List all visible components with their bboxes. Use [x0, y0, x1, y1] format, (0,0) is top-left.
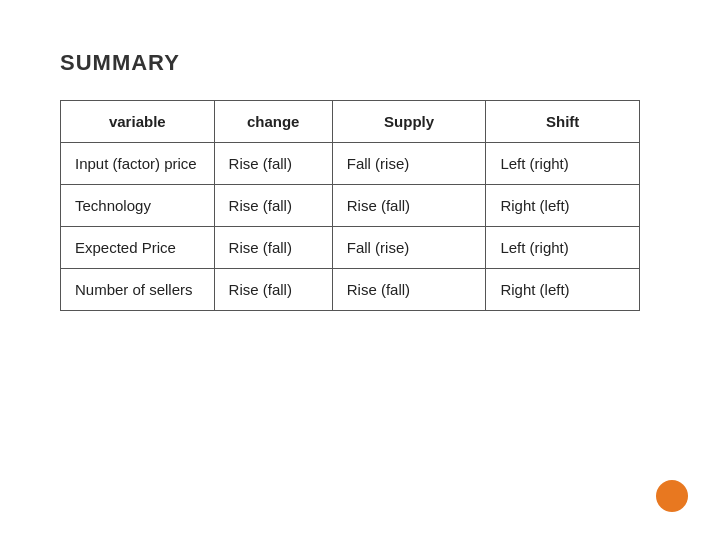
cell-change: Rise (fall) — [214, 143, 332, 185]
orange-dot-decoration — [656, 480, 688, 512]
page-title: SUMMARY — [60, 50, 660, 76]
summary-table: variable change Supply Shift Input (fact… — [60, 100, 640, 311]
cell-supply: Rise (fall) — [332, 185, 486, 227]
page-container: SUMMARY variable change Supply Shift Inp… — [0, 0, 720, 540]
cell-supply: Rise (fall) — [332, 269, 486, 311]
cell-shift: Left (right) — [486, 227, 640, 269]
cell-change: Rise (fall) — [214, 227, 332, 269]
cell-variable: Expected Price — [61, 227, 215, 269]
table-header-row: variable change Supply Shift — [61, 101, 640, 143]
header-shift: Shift — [486, 101, 640, 143]
table-row: Input (factor) priceRise (fall)Fall (ris… — [61, 143, 640, 185]
cell-supply: Fall (rise) — [332, 227, 486, 269]
content-area: SUMMARY variable change Supply Shift Inp… — [30, 20, 690, 500]
cell-variable: Input (factor) price — [61, 143, 215, 185]
table-row: Number of sellersRise (fall)Rise (fall)R… — [61, 269, 640, 311]
header-change: change — [214, 101, 332, 143]
table-row: Expected PriceRise (fall)Fall (rise)Left… — [61, 227, 640, 269]
cell-shift: Right (left) — [486, 269, 640, 311]
header-variable: variable — [61, 101, 215, 143]
table-row: TechnologyRise (fall)Rise (fall)Right (l… — [61, 185, 640, 227]
cell-change: Rise (fall) — [214, 185, 332, 227]
cell-change: Rise (fall) — [214, 269, 332, 311]
cell-shift: Right (left) — [486, 185, 640, 227]
cell-variable: Number of sellers — [61, 269, 215, 311]
header-supply: Supply — [332, 101, 486, 143]
cell-supply: Fall (rise) — [332, 143, 486, 185]
cell-shift: Left (right) — [486, 143, 640, 185]
cell-variable: Technology — [61, 185, 215, 227]
